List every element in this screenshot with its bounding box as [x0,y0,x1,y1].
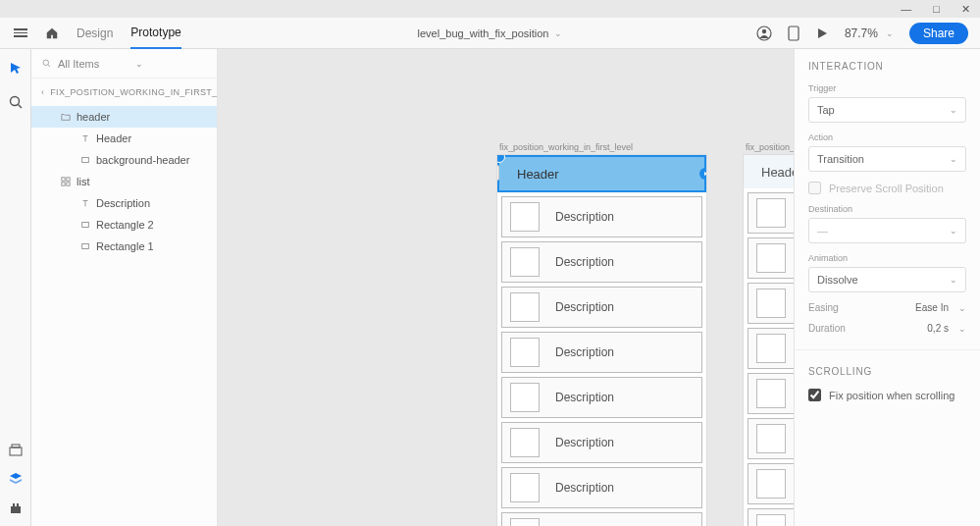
svg-rect-12 [82,158,89,163]
layer-label: Description [96,197,150,209]
hamburger-menu-icon[interactable] [14,28,27,37]
thumbnail-placeholder [510,383,540,412]
thumbnail-placeholder [510,292,540,322]
list-item[interactable]: Description [501,332,702,373]
animation-select[interactable]: Dissolve⌄ [808,267,966,292]
layer-row[interactable]: Header [31,128,217,149]
rect-icon [80,220,90,230]
svg-point-3 [10,97,19,106]
list-item[interactable]: Description [748,508,794,526]
svg-rect-17 [82,223,89,228]
artboard[interactable]: Header DescriptionDescriptionDescription… [497,155,706,526]
list-item[interactable]: Description [748,237,794,279]
layers-breadcrumb[interactable]: ‹ FIX_POSITION_WORKING_IN_FIRST_LEVEL [31,79,217,106]
plugins-icon[interactable] [8,500,24,516]
svg-line-4 [18,105,22,109]
list-item[interactable]: Description [748,418,794,459]
preserve-scroll-checkbox[interactable]: Preserve Scroll Position [808,182,966,194]
list-item[interactable]: Description [501,241,702,283]
list-item[interactable]: Description [748,192,794,234]
device-preview-icon[interactable] [788,26,799,41]
artboard-title[interactable]: fix_position_working_in_first_level [497,142,706,152]
layer-row[interactable]: list [31,171,217,192]
svg-rect-15 [62,183,65,185]
layers-panel: All Items ⌄ ‹ FIX_POSITION_WORKING_IN_FI… [31,49,218,526]
destination-select[interactable]: —⌄ [808,218,966,243]
list-item[interactable]: Description [748,373,794,414]
field-label: Action [808,132,966,142]
select-tool-icon[interactable] [8,61,24,77]
list-item[interactable]: Description [748,283,794,324]
layers-search[interactable]: All Items ⌄ [31,49,217,79]
share-button[interactable]: Share [909,23,968,44]
window-minimize[interactable]: — [901,3,911,15]
list-item-label: Description [555,345,614,359]
connection-handle-icon[interactable] [699,168,706,180]
chevron-down-icon: ⌄ [135,59,207,69]
trigger-select[interactable]: Tap⌄ [808,97,966,123]
libraries-icon[interactable] [8,442,24,457]
document-title[interactable]: level_bug_with_fix_position ⌄ [418,27,563,39]
list-item-label: Description [555,300,614,314]
layer-label: Rectangle 1 [96,240,154,252]
layer-label: header [77,111,110,123]
thumbnail-placeholder [756,469,786,499]
svg-line-11 [48,65,50,67]
svg-rect-5 [10,447,22,455]
layer-label: Rectangle 2 [96,219,154,231]
thumbnail-placeholder [510,428,540,457]
home-icon[interactable] [45,26,59,40]
tab-design[interactable]: Design [77,19,113,48]
tab-prototype[interactable]: Prototype [130,18,181,49]
svg-point-10 [43,60,49,66]
layer-row[interactable]: Rectangle 2 [31,214,217,236]
list-item-label: Description [555,210,614,224]
list-item[interactable]: Description [748,463,794,504]
field-label: Trigger [808,83,966,93]
fix-position-badge-icon [497,165,499,181]
artboard-title[interactable]: fix_position_not_working_in_second_level [744,142,794,152]
layer-row[interactable]: header [31,106,217,128]
search-icon[interactable] [8,94,24,110]
list-item-label: Description [555,436,614,449]
svg-rect-16 [67,183,70,185]
window-maximize[interactable]: □ [933,3,940,15]
list-item-label: Description [555,481,614,495]
layer-row[interactable]: background-header [31,149,217,171]
folder-icon [61,112,71,122]
artboard[interactable]: Header DescriptionDescriptionDescription… [744,155,794,526]
list-item[interactable]: Description [501,422,702,463]
field-label: Destination [808,204,966,214]
list-item[interactable]: Description [501,467,702,508]
thumbnail-placeholder [756,514,786,526]
section-title: SCROLLING [808,366,966,377]
list-item[interactable]: Description [501,287,702,328]
fix-position-checkbox[interactable]: Fix position when scrolling [808,389,966,401]
svg-rect-14 [67,178,70,181]
list-item[interactable]: Description [501,512,702,526]
chevron-down-icon[interactable]: ⌄ [958,303,966,313]
grid-icon [61,177,71,186]
list-item[interactable]: Description [748,328,794,369]
tool-strip [0,49,31,526]
thumbnail-placeholder [510,473,540,502]
artboard-header[interactable]: Header [499,157,704,190]
canvas[interactable]: fix_position_working_in_first_level Head… [218,49,794,526]
layer-row[interactable]: Description [31,192,217,214]
thumbnail-placeholder [756,289,786,318]
action-select[interactable]: Transition⌄ [808,146,966,172]
artboard-header[interactable]: Header [744,155,794,188]
list-item-label: Description [555,391,614,404]
chevron-down-icon[interactable]: ⌄ [958,324,966,334]
list-item[interactable]: Description [501,377,702,418]
layer-row[interactable]: Rectangle 1 [31,236,217,257]
avatar-icon[interactable] [756,26,772,41]
thumbnail-placeholder [756,198,786,228]
play-icon[interactable] [815,26,829,40]
thumbnail-placeholder [510,518,540,526]
section-title: INTERACTION [808,61,966,72]
layers-icon[interactable] [8,471,24,487]
zoom-level[interactable]: 87.7%⌄ [845,26,894,40]
window-close[interactable]: ✕ [961,3,970,16]
list-item[interactable]: Description [501,196,702,237]
